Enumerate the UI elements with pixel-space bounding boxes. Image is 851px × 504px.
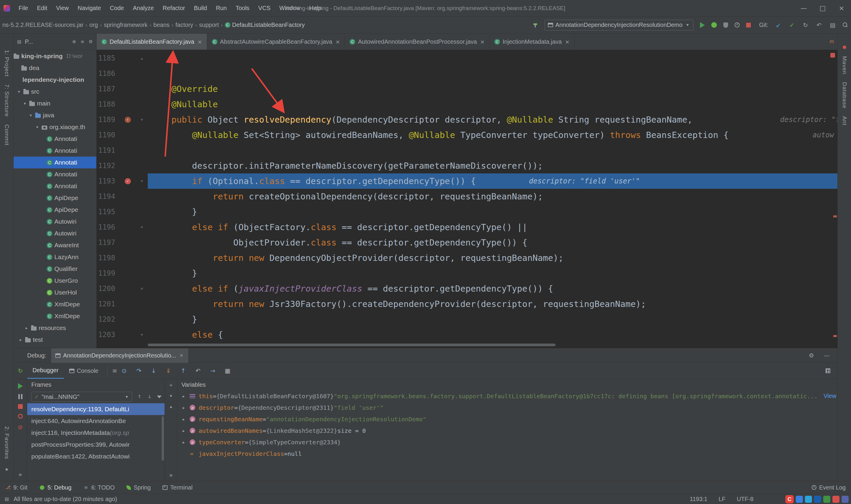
vcs-update-icon[interactable]: ↙ xyxy=(775,22,782,29)
expand-arrow-icon[interactable]: ▸ xyxy=(183,440,190,445)
breadcrumb-item[interactable]: org xyxy=(88,22,99,29)
tree-item[interactable]: CAnnotati xyxy=(14,168,96,180)
editor-tab[interactable]: CInjectionMetadata.java× xyxy=(490,34,575,50)
menu-edit[interactable]: Edit xyxy=(33,0,51,16)
build-hammer-icon[interactable] xyxy=(533,22,538,28)
toolwindow-button-git[interactable]: ⎇9: Git xyxy=(5,484,28,491)
tree-item[interactable]: ▾main xyxy=(14,97,96,109)
tree-item[interactable]: CUserHol xyxy=(14,287,96,299)
coverage-button[interactable] xyxy=(723,22,728,28)
close-icon[interactable]: × xyxy=(480,39,485,45)
tree-item[interactable]: king-in-springD:\wor xyxy=(14,50,96,62)
menu-build[interactable]: Build xyxy=(189,0,211,16)
tool-stripe-commit[interactable]: Commit xyxy=(3,124,10,145)
profiler-button[interactable] xyxy=(735,22,740,28)
rerun-icon[interactable]: ↻ xyxy=(17,367,24,374)
tool-stripe-database[interactable]: Database xyxy=(841,82,848,108)
chevron-up-icon[interactable]: ▴ xyxy=(168,404,174,409)
tool-stripe-structure[interactable]: 7: Structure xyxy=(3,84,10,117)
tree-item[interactable]: CAnnotati xyxy=(14,145,96,157)
breadcrumb-item[interactable]: ns-5.2.2.RELEASE-sources.jar xyxy=(1,22,85,29)
tree-item[interactable]: CAnnotati xyxy=(14,180,96,192)
menu-vcs[interactable]: VCS xyxy=(254,0,275,16)
fold-marker-icon[interactable]: ▾ xyxy=(136,178,148,184)
vcs-commit-icon[interactable]: ✓ xyxy=(789,22,795,29)
breakpoint-icon[interactable]: ✓ xyxy=(120,178,136,184)
close-icon[interactable]: × xyxy=(336,39,340,45)
gear-icon[interactable]: ⚙ xyxy=(88,39,93,44)
force-step-into-icon[interactable]: ⇓ xyxy=(165,367,172,374)
tree-item[interactable]: CQualifier xyxy=(14,263,96,275)
breadcrumb-item[interactable]: springframework xyxy=(103,22,149,29)
variable-row[interactable]: ▸pdescriptor = {DependencyDescriptor@231… xyxy=(177,402,837,413)
expand-arrow-icon[interactable]: ▸ xyxy=(183,428,190,433)
run-configuration-select[interactable]: AnnotationDependencyInjectionResolutionD… xyxy=(545,20,693,31)
menu-analyze[interactable]: Analyze xyxy=(128,0,158,16)
vcs-shelf-icon[interactable]: ▤ xyxy=(829,22,836,29)
file-encoding[interactable]: UTF-8 xyxy=(737,496,754,503)
editor-tab[interactable]: CDefaultListableBeanFactory.java× xyxy=(97,34,207,50)
expand-arrow-icon[interactable]: ▸ xyxy=(183,405,190,410)
layout-settings-icon[interactable]: ≡ xyxy=(111,367,118,374)
hide-panel-icon[interactable]: — xyxy=(823,352,830,359)
project-view-icon[interactable]: ▤ xyxy=(17,39,22,44)
minimize-button[interactable]: — xyxy=(794,0,813,16)
debug-button[interactable] xyxy=(711,22,717,28)
tree-item[interactable]: CXmlDepe xyxy=(14,310,96,322)
breadcrumb-item[interactable]: factory xyxy=(174,22,195,29)
menu-refactor[interactable]: Refactor xyxy=(158,0,190,16)
tool-stripe-favorites[interactable]: 2: Favorites xyxy=(3,426,10,459)
stop-button[interactable] xyxy=(18,404,23,409)
tree-expanded-arrow-icon[interactable]: ▾ xyxy=(22,101,27,106)
gear-icon[interactable]: ⚙ xyxy=(808,352,815,359)
frame-item[interactable]: populateBean:1422, AbstractAutowi xyxy=(27,451,165,462)
favorites-star-icon[interactable]: ★ xyxy=(4,467,10,472)
menu-tools[interactable]: Tools xyxy=(231,0,254,16)
debug-tab-console[interactable]: Console xyxy=(64,363,104,379)
variable-row[interactable]: ▸pautowiredBeanNames = {LinkedHashSet@23… xyxy=(177,425,837,436)
tree-collapsed-arrow-icon[interactable]: ▸ xyxy=(24,326,29,330)
more-icon[interactable]: » xyxy=(17,471,24,478)
variable-row[interactable]: ∞javaxInjectProviderClass = null xyxy=(177,448,837,460)
editor-tab[interactable]: CAutowiredAnnotationBeanPostProcessor.ja… xyxy=(345,34,490,50)
line-ending[interactable]: LF xyxy=(719,496,725,503)
menu-navigate[interactable]: Navigate xyxy=(73,0,106,16)
toolwindow-button-spring[interactable]: Spring xyxy=(126,484,151,491)
menu-file[interactable]: File xyxy=(14,0,33,16)
maven-icon[interactable]: m xyxy=(829,39,834,44)
tree-item[interactable]: ▸test xyxy=(14,334,96,346)
step-over-icon[interactable]: ↷ xyxy=(135,367,142,374)
toolwindow-button-terminal[interactable]: Terminal xyxy=(163,484,193,491)
breadcrumb-item[interactable]: beans xyxy=(152,22,171,29)
fold-marker-icon[interactable]: ▾ xyxy=(136,286,148,291)
toolwindow-button-debug[interactable]: 5: Debug xyxy=(39,484,72,491)
frame-item[interactable]: inject:640, AutowiredAnnotationBe xyxy=(27,415,165,427)
locate-file-icon[interactable]: ⊕ xyxy=(72,39,77,44)
tree-item[interactable]: CApiDepe xyxy=(14,192,96,204)
breadcrumb-file[interactable]: CDefaultListableBeanFactory xyxy=(224,22,305,29)
close-icon[interactable]: × xyxy=(197,39,202,45)
variable-row[interactable]: ▸prequestingBeanName = "annotationDepend… xyxy=(177,413,837,425)
frame-item[interactable]: inject:116, InjectionMetadata (org.sp xyxy=(27,427,165,439)
menu-code[interactable]: Code xyxy=(106,0,129,16)
editor-tab[interactable]: CAbstractAutowireCapableBeanFactory.java… xyxy=(207,34,345,50)
search-everywhere-icon[interactable] xyxy=(843,22,848,28)
breadcrumb-item[interactable]: support xyxy=(198,22,220,29)
view-breakpoints-icon[interactable] xyxy=(18,414,23,419)
add-watch-icon[interactable]: + xyxy=(168,382,174,388)
chevron-down-icon[interactable]: ▾ xyxy=(168,393,174,398)
variable-row[interactable]: ▸this = {DefaultListableBeanFactory@1607… xyxy=(177,390,837,402)
restore-layout-icon[interactable] xyxy=(826,368,830,373)
tree-item[interactable]: ▾java xyxy=(14,109,96,121)
tree-expanded-arrow-icon[interactable]: ▾ xyxy=(35,125,40,129)
debug-tab-debugger[interactable]: Debugger xyxy=(27,363,64,379)
tree-item[interactable]: ▾src xyxy=(14,86,96,97)
tree-item[interactable]: CAnnotati xyxy=(14,157,96,168)
close-button[interactable]: × xyxy=(832,0,851,16)
override-marker-icon[interactable]: ↑ xyxy=(120,117,136,123)
next-frame-icon[interactable]: ↓ xyxy=(147,394,152,399)
show-execution-point-icon[interactable]: ⊙ xyxy=(121,367,128,374)
previous-frame-icon[interactable]: ↑ xyxy=(137,394,142,399)
evaluate-expression-icon[interactable]: ▦ xyxy=(224,367,231,374)
code-editor[interactable]: 1185▴}11861187@Override1188@Nullable1189… xyxy=(97,50,837,348)
